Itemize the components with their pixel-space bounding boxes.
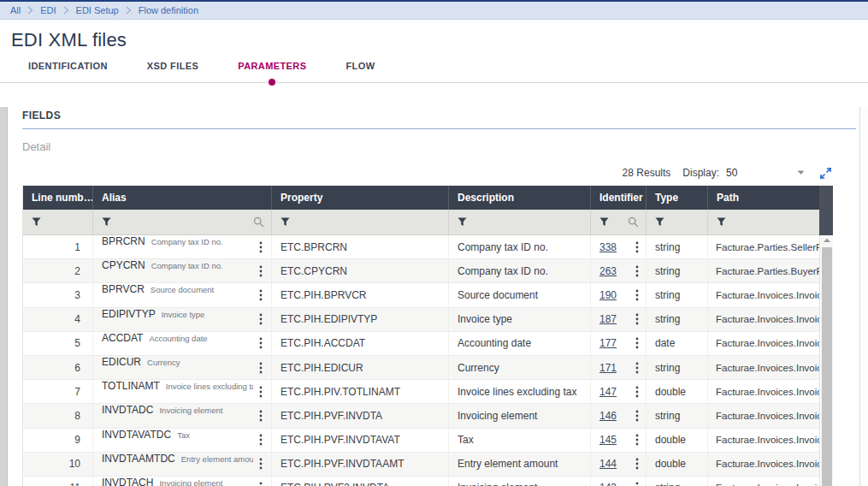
tab[interactable]: IDENTIFICATION [28,53,108,82]
cell-property: ETC.PIH.PVF2.INVDTA [271,477,448,486]
identifier-kebab-icon[interactable] [635,362,639,374]
identifier-link[interactable]: 171 [599,362,617,374]
breadcrumb-item: EDI Setup [76,5,139,15]
table-row[interactable]: 6 EDICUR Currency ETC.PIH.EDICUR Currenc… [23,356,820,380]
row-actions-kebab-icon[interactable] [259,241,263,253]
identifier-link[interactable]: 147 [599,386,617,398]
filter-description[interactable] [448,210,590,234]
column-header-property[interactable]: Property [271,186,448,210]
identifier-link[interactable]: 263 [599,265,617,277]
display-count-select[interactable]: 50 [726,167,805,179]
identifier-kebab-icon[interactable] [635,482,639,486]
cell-description: Invoice lines excluding tax [448,380,590,403]
row-actions-kebab-icon[interactable] [259,434,263,446]
cell-line-number: 11 [23,477,92,486]
table-row[interactable]: 3 BPRVCR Source document ETC.PIH.BPRVCR … [23,283,820,307]
cell-identifier: 190 [590,283,646,306]
left-scrollbar[interactable] [0,107,8,486]
filter-identifier[interactable] [590,210,646,234]
row-actions-kebab-icon[interactable] [259,482,263,486]
identifier-link[interactable]: 146 [599,410,617,422]
row-actions-kebab-icon[interactable] [259,313,263,325]
filter-type[interactable] [646,210,707,234]
breadcrumb-link[interactable]: Flow definition [139,5,198,15]
identifier-kebab-icon[interactable] [635,241,639,253]
tab[interactable]: FLOW [345,53,375,82]
identifier-link[interactable]: 145 [599,434,617,446]
cell-alias: TOTLINAMT Invoice lines excluding tax [92,380,271,403]
row-actions-kebab-icon[interactable] [259,410,263,422]
identifier-link[interactable]: 190 [599,289,617,301]
cell-path: Facturae.Invoices.Invoice[ [707,308,820,331]
cell-alias: BPRVCR Source document [92,283,271,306]
identifier-kebab-icon[interactable] [635,337,639,349]
scroll-up-icon[interactable] [823,238,830,243]
cell-identifier: 146 [590,404,646,427]
table-row[interactable]: 10 INVDTAAMTDC Entry element amount ETC.… [23,453,820,477]
cell-line-number: 8 [23,404,92,427]
column-header-path[interactable]: Path [707,186,820,210]
expand-grid-button[interactable] [818,166,833,181]
cell-identifier: 187 [590,308,646,331]
cell-alias: ACCDAT Accounting date [92,332,271,355]
alias-description: Invoice type [162,310,253,319]
search-icon[interactable] [628,216,639,228]
alias-description: Invoicing element [159,478,253,486]
breadcrumb-link[interactable]: All [10,5,21,15]
identifier-kebab-icon[interactable] [635,265,639,277]
row-actions-kebab-icon[interactable] [259,362,263,374]
filter-path[interactable] [707,210,820,234]
page-scrollbar[interactable] [859,107,868,486]
table-row[interactable]: 9 INVDTAVATDC Tax ETC.PIH.PVF.INVDTAVAT … [23,429,820,453]
identifier-kebab-icon[interactable] [635,434,639,446]
table-scrollbar[interactable] [819,186,833,486]
table-row[interactable]: 4 EDIPIVTYP Invoice type ETC.PIH.EDIPIVT… [23,308,820,332]
identifier-kebab-icon[interactable] [635,386,639,398]
identifier-kebab-icon[interactable] [635,313,639,325]
filter-alias[interactable] [92,210,271,234]
page-header: EDI XML files IDENTIFICATION XSD FILES P… [0,20,868,83]
filter-icon [655,217,664,227]
table-row[interactable]: 7 TOTLINAMT Invoice lines excluding tax … [23,380,820,404]
identifier-link[interactable]: 177 [599,337,617,349]
filter-property[interactable] [271,210,448,234]
identifier-link[interactable]: 143 [599,482,617,486]
table-row[interactable]: 8 INVDTADC Invoicing element ETC.PIH.PVF… [23,404,820,428]
row-actions-kebab-icon[interactable] [259,265,263,277]
breadcrumb-link[interactable]: EDI [40,5,56,15]
identifier-kebab-icon[interactable] [635,289,639,301]
row-actions-kebab-icon[interactable] [259,289,263,301]
column-header-alias[interactable]: Alias [92,186,271,210]
identifier-link[interactable]: 187 [599,313,617,325]
table-row[interactable]: 5 ACCDAT Accounting date ETC.PIH.ACCDAT … [23,332,820,356]
chevron-right-icon [63,6,69,15]
row-actions-kebab-icon[interactable] [259,386,263,398]
filter-line-number[interactable] [23,210,92,234]
cell-alias: EDIPIVTYP Invoice type [92,308,271,331]
identifier-kebab-icon[interactable] [635,458,639,470]
table-scrollbar-thumb[interactable] [822,247,832,486]
breadcrumb-link[interactable]: EDI Setup [76,5,119,15]
cell-type: double [646,453,707,476]
table-row[interactable]: 11 INVDTACH Invoicing element ETC.PIH.PV… [23,477,820,486]
row-actions-kebab-icon[interactable] [259,337,263,349]
table-scrollbar-track[interactable] [819,235,833,486]
breadcrumb: All EDI EDI Setup Flow definition [0,0,868,20]
identifier-link[interactable]: 144 [599,458,617,470]
row-actions-kebab-icon[interactable] [259,458,263,470]
column-header-line-number[interactable]: Line numb… [23,186,92,210]
tab[interactable]: PARAMETERS [238,53,306,82]
table-filter-row [23,210,820,235]
table-row[interactable]: 1 BPRCRN Company tax ID no. ETC.BPRCRN C… [23,235,820,259]
table-row[interactable]: 2 CPYCRN Company tax ID no. ETC.CPYCRN C… [23,259,820,283]
tab[interactable]: XSD FILES [147,53,198,82]
column-header-description[interactable]: Description [448,186,590,210]
content-area: FIELDS Detail 28 Results Display: 50 [0,107,868,486]
identifier-link[interactable]: 338 [599,241,617,253]
column-header-type[interactable]: Type [646,186,707,210]
filter-icon [280,217,290,227]
search-icon[interactable] [253,216,264,228]
column-header-identifier[interactable]: Identifier [590,186,646,210]
identifier-kebab-icon[interactable] [635,410,639,422]
cell-path: Facturae.Invoices.Invoice[ [707,332,820,355]
